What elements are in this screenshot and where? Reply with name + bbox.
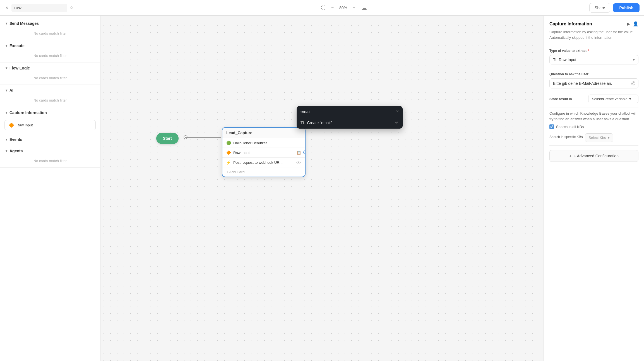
- question-field-label: Question to ask the user: [549, 72, 638, 76]
- sidebar-empty-ai: No cards match filter: [0, 96, 100, 107]
- sidebar-item-agents[interactable]: ▾ Agents: [0, 145, 100, 157]
- raw-input-card[interactable]: 🔶 Raw Input: [4, 120, 96, 130]
- raw-input-label: Raw Input: [16, 123, 33, 127]
- sidebar-section-label: Send Messages: [9, 21, 39, 26]
- webhook-icon: ⚡: [226, 160, 231, 165]
- start-node[interactable]: Start: [156, 133, 179, 144]
- sidebar-section-label: Events: [9, 137, 22, 142]
- question-field: Question to ask the user @: [544, 68, 644, 92]
- panel-header-icons: ▶ 👤: [627, 21, 638, 27]
- connector-line: [185, 137, 221, 138]
- title-input[interactable]: [11, 4, 67, 12]
- panel-divider-3: [549, 145, 638, 146]
- dropdown-search-input[interactable]: [301, 109, 394, 114]
- sidebar-section-label: Agents: [9, 149, 23, 153]
- select-kbs-dropdown[interactable]: Select Kbs ▾: [585, 133, 613, 142]
- store-result-label: Store result in: [549, 97, 572, 101]
- store-result-row: Store result in Select/Create variable ▾: [544, 92, 644, 107]
- create-email-item[interactable]: Tt Create "email" ↵: [297, 117, 403, 129]
- user-icon-button[interactable]: 👤: [633, 21, 638, 27]
- at-icon: @: [631, 81, 636, 86]
- search-all-kbs-row: Search in all KBs: [549, 124, 638, 129]
- sidebar-section-send-messages: ▾ Send Messages No cards match filter: [0, 18, 100, 40]
- chevron-down-icon: ▾: [6, 44, 7, 48]
- search-all-kbs-label: Search in all KBs: [556, 125, 584, 129]
- flow-node-item-text-0: Hallo lieber Benutzer.: [233, 141, 301, 145]
- flow-node-item-text-1: Raw Input: [233, 151, 294, 155]
- code-icon[interactable]: </>: [296, 160, 301, 165]
- sidebar-section-ai: ▾ AI No cards match filter: [0, 85, 100, 107]
- sidebar-section-label: Flow Logic: [9, 66, 30, 70]
- connector-dot-right: [303, 150, 306, 154]
- sidebar-item-capture-information[interactable]: ▾ Capture Information: [0, 107, 100, 118]
- topbar: × ☆ ⛶ − 80% + ☁ Share Publish: [0, 0, 644, 16]
- sidebar-section-label: Execute: [9, 44, 25, 48]
- flow-node-item-2[interactable]: ⚡ Post request to webhook UR... </>: [222, 158, 305, 167]
- sidebar-section-label: Capture Information: [9, 110, 47, 115]
- copy-icon[interactable]: 📋: [297, 151, 301, 155]
- flow-node-item-0: 🟢 Hallo lieber Benutzer.: [222, 138, 305, 148]
- type-icon: Tt: [301, 121, 304, 125]
- sidebar-item-events[interactable]: ▾ Events: [0, 134, 100, 145]
- kb-section: Configure in which Knowledge Bases your …: [544, 107, 644, 145]
- sidebar-item-ai[interactable]: ▾ AI: [0, 85, 100, 96]
- flow-node-item-1[interactable]: 🔶 Raw Input 📋: [222, 148, 305, 158]
- share-button[interactable]: Share: [589, 3, 610, 13]
- sidebar-item-execute[interactable]: ▾ Execute: [0, 40, 100, 51]
- zoom-in-button[interactable]: +: [351, 4, 357, 11]
- sidebar-section-events: ▾ Events: [0, 134, 100, 145]
- add-card-button[interactable]: + Add Card: [222, 167, 305, 177]
- fullscreen-button[interactable]: ⛶: [319, 4, 327, 11]
- close-button[interactable]: ×: [4, 4, 9, 11]
- store-select[interactable]: Select/Create variable ▾: [588, 95, 638, 103]
- message-icon: 🟢: [226, 141, 231, 145]
- dropdown-clear-button[interactable]: ×: [396, 109, 399, 114]
- type-icon: Tt: [553, 57, 556, 62]
- advanced-config-label: + Advanced Configuration: [574, 154, 619, 158]
- canvas[interactable]: Start Lead_Capture 🟢 Hallo lieber Benutz…: [100, 16, 544, 361]
- zoom-out-button[interactable]: −: [330, 4, 335, 11]
- type-field: Type of value to extract * Tt Raw Input …: [544, 45, 644, 68]
- sidebar-item-send-messages[interactable]: ▾ Send Messages: [0, 18, 100, 29]
- main-layout: ▾ Send Messages No cards match filter ▾ …: [0, 16, 644, 361]
- select-kbs-label: Select Kbs: [588, 136, 606, 140]
- zoom-level: 80%: [338, 6, 349, 10]
- star-button[interactable]: ☆: [69, 5, 73, 10]
- topbar-left: × ☆: [4, 4, 99, 12]
- chevron-down-icon: ▾: [608, 136, 610, 140]
- search-all-kbs-checkbox[interactable]: [549, 124, 554, 129]
- topbar-center: ⛶ − 80% + ☁: [103, 3, 586, 12]
- chevron-down-icon: ▾: [6, 138, 7, 141]
- start-node-label: Start: [163, 136, 172, 141]
- sidebar-section-capture-information: ▾ Capture Information 🔶 Raw Input: [0, 107, 100, 134]
- question-input[interactable]: [549, 78, 638, 88]
- sidebar-empty-send-messages: No cards match filter: [0, 29, 100, 40]
- video-icon-button[interactable]: ▶: [627, 21, 630, 27]
- chevron-down-icon: ▾: [629, 97, 631, 101]
- create-email-label: Create "email": [307, 121, 332, 125]
- add-card-label: + Add Card: [226, 170, 244, 174]
- publish-button[interactable]: Publish: [613, 3, 640, 12]
- right-panel: Capture Information ▶ 👤 Capture informat…: [544, 16, 644, 361]
- chevron-down-icon: ▾: [633, 57, 635, 62]
- canvas-background: [100, 16, 544, 361]
- flow-node-lead-capture[interactable]: Lead_Capture 🟢 Hallo lieber Benutzer. 🔶 …: [222, 127, 306, 177]
- sidebar-section-execute: ▾ Execute No cards match filter: [0, 40, 100, 62]
- chevron-down-icon: ▾: [6, 149, 7, 153]
- chevron-down-icon: ▾: [6, 88, 7, 92]
- cloud-save-button[interactable]: ☁: [359, 3, 369, 12]
- panel-header: Capture Information ▶ 👤: [544, 16, 644, 27]
- advanced-config-button[interactable]: + + Advanced Configuration: [549, 150, 638, 162]
- flow-node-item-text-2: Post request to webhook UR...: [233, 160, 294, 165]
- sidebar-section-flow-logic: ▾ Flow Logic No cards match filter: [0, 62, 100, 85]
- raw-input-node-icon: 🔶: [226, 150, 231, 155]
- sidebar-section-agents: ▾ Agents No cards match filter: [0, 145, 100, 168]
- required-marker: *: [588, 49, 589, 53]
- type-select[interactable]: Tt Raw Input ▾: [549, 55, 638, 64]
- sidebar-section-label: AI: [9, 88, 13, 93]
- variable-dropdown[interactable]: × Tt Create "email" ↵: [297, 106, 403, 129]
- type-value: Raw Input: [559, 57, 576, 62]
- question-input-wrap: @: [549, 78, 638, 88]
- sidebar-item-flow-logic[interactable]: ▾ Flow Logic: [0, 62, 100, 74]
- sidebar-empty-flow-logic: No cards match filter: [0, 74, 100, 85]
